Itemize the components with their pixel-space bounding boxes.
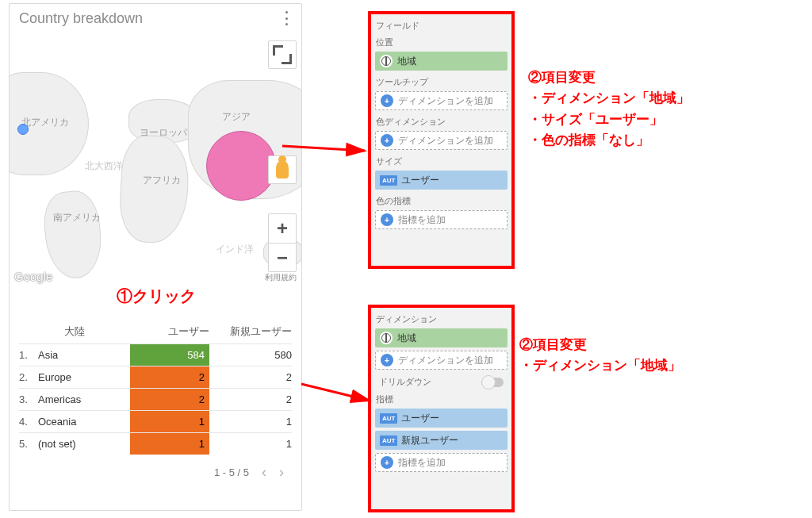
row-name: Asia bbox=[38, 344, 130, 366]
zoom-in-button[interactable]: + bbox=[269, 214, 296, 243]
fullscreen-icon[interactable] bbox=[268, 40, 297, 69]
annotation-note-top: ②項目変更 ・ディメンション「地域」 ・サイズ「ユーザー」 ・色の指標「なし」 bbox=[528, 67, 690, 151]
label-metrics: 指標 bbox=[373, 391, 510, 408]
label-dimension: ディメンション bbox=[373, 311, 510, 328]
map-label-natl: 北大西洋 bbox=[85, 159, 123, 173]
more-icon[interactable] bbox=[281, 11, 292, 25]
label-drilldown: ドリルダウン bbox=[379, 376, 431, 388]
row-name: Americas bbox=[38, 389, 130, 410]
row-new-users: 1 bbox=[209, 411, 292, 432]
chip-metric-users[interactable]: AUT ユーザー bbox=[375, 409, 508, 428]
plus-icon: + bbox=[381, 213, 393, 226]
row-new-users: 2 bbox=[209, 366, 292, 388]
aut-badge: AUT bbox=[380, 175, 397, 186]
row-index: 2. bbox=[19, 366, 38, 388]
map-label-sa: 南アメリカ bbox=[53, 211, 101, 224]
country-breakdown-card: Country breakdown ヨーロッパ アジア アフリカ 北アメリカ 南… bbox=[9, 3, 302, 511]
row-users: 1 bbox=[130, 433, 209, 455]
row-name: Oceania bbox=[38, 411, 130, 432]
table-row[interactable]: 4.Oceania11 bbox=[19, 410, 292, 432]
pager-prev-icon[interactable]: ‹ bbox=[262, 464, 266, 481]
row-new-users: 580 bbox=[209, 344, 292, 366]
plus-icon: + bbox=[381, 354, 393, 366]
zoom-out-button[interactable]: − bbox=[269, 243, 296, 271]
globe-icon bbox=[380, 55, 393, 67]
row-index: 1. bbox=[19, 344, 38, 366]
label-color-metric: 色の指標 bbox=[373, 193, 510, 209]
map-label-na: 北アメリカ bbox=[21, 116, 69, 129]
row-new-users: 1 bbox=[209, 433, 292, 455]
card-header: Country breakdown bbox=[10, 4, 301, 33]
drilldown-toggle[interactable] bbox=[481, 378, 504, 387]
chip-add-dimension-tooltip[interactable]: + ディメンションを追加 bbox=[375, 91, 508, 110]
row-index: 4. bbox=[19, 411, 38, 432]
chip-dimension-region[interactable]: 地域 bbox=[375, 328, 508, 347]
table-row[interactable]: 3.Americas22 bbox=[19, 388, 292, 410]
map-label-europe: ヨーロッパ bbox=[140, 126, 187, 140]
panel-map-fields: フィールド 位置 地域 ツールチップ + ディメンションを追加 色ディメンション… bbox=[368, 11, 515, 269]
annotation-note-bottom: ②項目変更 ・ディメンション「地域」 bbox=[519, 335, 681, 377]
th-new-users[interactable]: 新規ユーザー bbox=[209, 324, 292, 339]
pegman-icon[interactable] bbox=[268, 155, 297, 184]
pager-next-icon[interactable]: › bbox=[279, 464, 284, 481]
map-bubble-na[interactable] bbox=[17, 124, 29, 135]
svg-line-1 bbox=[301, 384, 370, 401]
map-terms[interactable]: 利用規約 bbox=[265, 272, 297, 283]
drilldown-row: ドリルダウン bbox=[373, 373, 510, 391]
label-size: サイズ bbox=[373, 153, 510, 170]
chip-position-region[interactable]: 地域 bbox=[375, 52, 508, 71]
table-row[interactable]: 2.Europe22 bbox=[19, 366, 292, 388]
google-logo: Google bbox=[14, 270, 52, 283]
aut-badge: AUT bbox=[380, 436, 397, 446]
label-tooltip: ツールチップ bbox=[373, 74, 510, 90]
label-color-dim: 色ディメンション bbox=[373, 113, 510, 130]
zoom-controls: + − bbox=[268, 213, 297, 272]
aut-badge: AUT bbox=[380, 413, 397, 424]
annotation-click: ①クリック bbox=[117, 286, 196, 307]
panel-table-fields: ディメンション 地域 + ディメンションを追加 ドリルダウン 指標 AUT ユー… bbox=[368, 305, 515, 512]
chip-add-metric[interactable]: + 指標を追加 bbox=[375, 453, 508, 472]
row-name: Europe bbox=[38, 366, 130, 388]
th-users[interactable]: ユーザー bbox=[130, 324, 209, 339]
row-users: 1 bbox=[130, 411, 209, 432]
pager: 1 - 5 / 5 ‹ › bbox=[19, 455, 292, 481]
pager-text: 1 - 5 / 5 bbox=[214, 466, 249, 478]
label-position: 位置 bbox=[373, 34, 510, 51]
row-index: 5. bbox=[19, 433, 38, 455]
map[interactable]: ヨーロッパ アジア アフリカ 北アメリカ 南アメリカ 北大西洋 インド洋 + −… bbox=[10, 33, 301, 286]
row-users: 2 bbox=[130, 366, 209, 388]
row-users: 584 bbox=[130, 344, 209, 366]
chip-add-dimension-color[interactable]: + ディメンションを追加 bbox=[375, 131, 508, 150]
chip-metric-new-users[interactable]: AUT 新規ユーザー bbox=[375, 431, 508, 450]
map-label-indian: インド洋 bbox=[216, 243, 254, 256]
row-index: 3. bbox=[19, 389, 38, 410]
row-name: (not set) bbox=[38, 433, 130, 455]
plus-icon: + bbox=[381, 94, 393, 107]
map-bubble-asia[interactable] bbox=[206, 131, 276, 201]
plus-icon: + bbox=[381, 456, 393, 469]
card-title: Country breakdown bbox=[19, 10, 281, 27]
table-row[interactable]: 5.(not set)11 bbox=[19, 432, 292, 455]
continent-table: 大陸 ユーザー 新規ユーザー 1.Asia5845802.Europe223.A… bbox=[10, 320, 301, 481]
label-fields: フィールド bbox=[373, 17, 510, 34]
plus-icon: + bbox=[381, 134, 393, 147]
chip-add-metric-color[interactable]: + 指標を追加 bbox=[375, 210, 508, 229]
map-label-africa: アフリカ bbox=[143, 174, 181, 187]
chip-size-users[interactable]: AUT ユーザー bbox=[375, 171, 508, 190]
chip-add-dimension[interactable]: + ディメンションを追加 bbox=[375, 351, 508, 370]
th-continent[interactable]: 大陸 bbox=[19, 324, 130, 339]
row-users: 2 bbox=[130, 389, 209, 410]
globe-icon bbox=[380, 332, 393, 344]
map-label-asia: アジア bbox=[222, 110, 251, 124]
row-new-users: 2 bbox=[209, 389, 292, 410]
table-row[interactable]: 1.Asia584580 bbox=[19, 343, 292, 366]
